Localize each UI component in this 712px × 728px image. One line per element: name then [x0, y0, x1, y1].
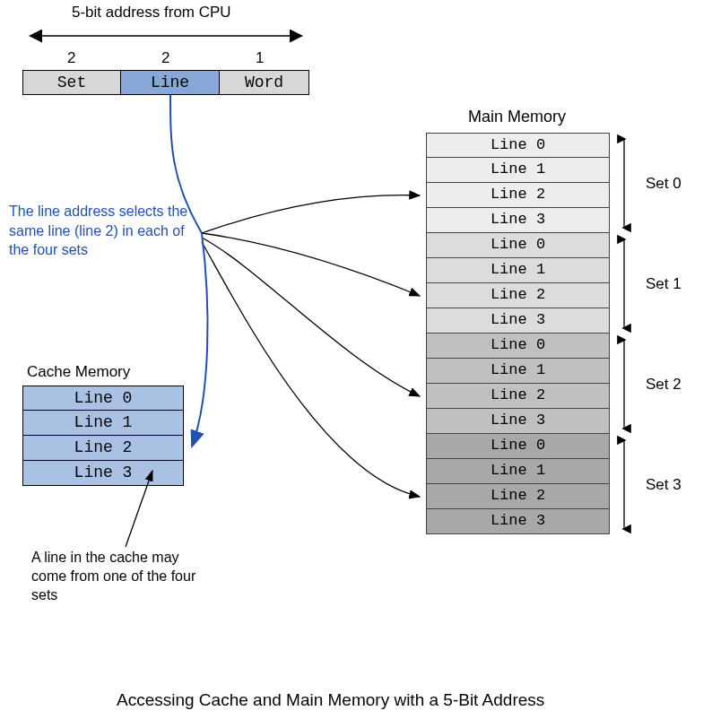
connector-arrows — [0, 0, 712, 628]
figure-caption: Accessing Cache and Main Memory with a 5… — [117, 690, 544, 710]
